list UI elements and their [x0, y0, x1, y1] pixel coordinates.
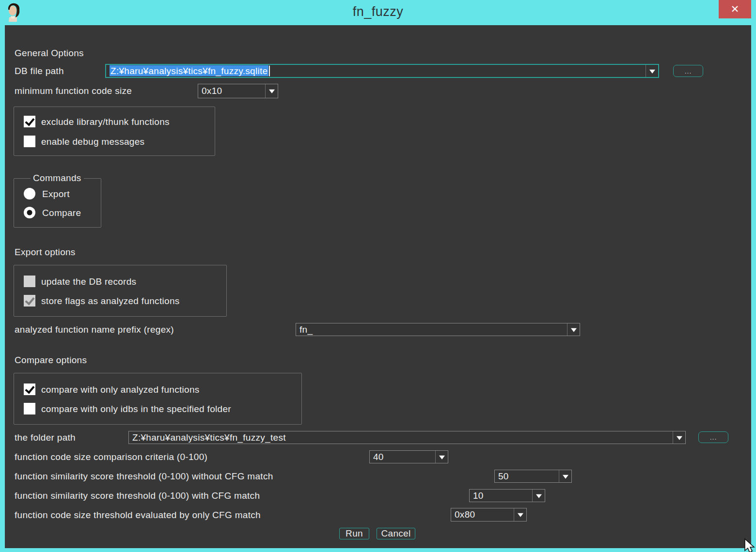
dropdown-arrow-icon[interactable] [673, 431, 685, 444]
exclude-library-label[interactable]: exclude library/thunk functions [41, 117, 170, 127]
db-file-path-label: DB file path [15, 66, 64, 77]
export-checkbox-group: update the DB records store flags as ana… [14, 265, 227, 317]
min-code-size-combobox[interactable]: 0x10 [198, 84, 278, 98]
compare-analyzed-label[interactable]: compare with only analyzed functions [41, 384, 200, 395]
folder-path-value: Z:¥haru¥analysis¥tics¥fn_fuzzy_test [132, 432, 286, 443]
window-title: fn_fuzzy [0, 4, 756, 19]
size-cfg-only-combobox[interactable]: 0x80 [451, 508, 527, 521]
size-cfg-only-value: 0x80 [455, 509, 475, 520]
prefix-value: fn_ [299, 324, 313, 335]
dropdown-arrow-icon[interactable] [567, 323, 580, 336]
commands-legend: Commands [31, 173, 84, 184]
enable-debug-label[interactable]: enable debug messages [41, 137, 144, 147]
general-checkbox-group: exclude library/thunk functions enable d… [14, 107, 215, 156]
sim-with-cfg-combobox[interactable]: 10 [469, 489, 545, 502]
exclude-library-checkbox[interactable] [24, 116, 35, 127]
folder-path-label: the folder path [15, 432, 76, 443]
sim-with-cfg-label: function similarity score threshold (0-1… [15, 491, 260, 501]
compare-radio[interactable] [24, 207, 35, 218]
dropdown-arrow-icon[interactable] [435, 451, 448, 463]
prefix-label: analyzed function name prefix (regex) [15, 324, 174, 335]
dropdown-arrow-icon[interactable] [265, 84, 278, 98]
compare-analyzed-checkbox[interactable] [24, 383, 35, 395]
dropdown-arrow-icon[interactable] [514, 508, 526, 521]
close-button[interactable]: ✕ [719, 0, 751, 18]
compare-checkbox-group: compare with only analyzed functions com… [14, 373, 302, 425]
compare-idbs-checkbox[interactable] [24, 403, 35, 414]
dropdown-arrow-icon[interactable] [646, 65, 658, 77]
db-file-browse-button[interactable]: ... [673, 65, 703, 77]
compare-idbs-label[interactable]: compare with only idbs in the specified … [41, 404, 231, 414]
update-db-records-label[interactable]: update the DB records [41, 276, 136, 287]
close-icon: ✕ [731, 3, 740, 15]
dropdown-arrow-icon[interactable] [532, 490, 545, 502]
cursor-icon [742, 538, 756, 552]
general-options-heading: General Options [15, 48, 84, 59]
commands-group: Commands Export Compare [14, 178, 101, 228]
sim-without-cfg-combobox[interactable]: 50 [494, 470, 572, 483]
enable-debug-checkbox[interactable] [24, 136, 35, 147]
criteria-value: 40 [373, 452, 384, 462]
criteria-label: function code size comparison criteria (… [15, 452, 207, 462]
size-cfg-only-label: function code size threshold evaluated b… [15, 510, 261, 521]
export-radio-label[interactable]: Export [42, 189, 70, 199]
prefix-combobox[interactable]: fn_ [296, 323, 580, 336]
sim-without-cfg-label: function similarity score threshold (0-1… [15, 471, 273, 482]
sim-with-cfg-value: 10 [473, 491, 484, 501]
compare-options-heading: Compare options [15, 355, 87, 366]
dialog-body: General Options DB file path Z:¥haru¥ana… [5, 25, 751, 548]
criteria-combobox[interactable]: 40 [369, 450, 448, 463]
min-code-size-value: 0x10 [202, 86, 222, 96]
folder-path-combobox[interactable]: Z:¥haru¥analysis¥tics¥fn_fuzzy_test [128, 431, 686, 444]
run-button[interactable]: Run [339, 528, 369, 539]
db-file-path-combobox[interactable]: Z:¥haru¥analysis¥tics¥fn_fuzzy.sqlite [105, 64, 659, 78]
text-caret [269, 66, 270, 77]
store-flags-checkbox[interactable] [24, 295, 35, 307]
cancel-button[interactable]: Cancel [377, 528, 415, 539]
store-flags-label[interactable]: store flags as analyzed functions [41, 296, 180, 307]
db-file-path-value: Z:¥haru¥analysis¥tics¥fn_fuzzy.sqlite [110, 65, 268, 76]
min-code-size-label: minimum function code size [15, 86, 132, 96]
export-options-heading: Export options [15, 247, 76, 258]
sim-without-cfg-value: 50 [498, 471, 509, 482]
update-db-records-checkbox[interactable] [24, 276, 35, 287]
dropdown-arrow-icon[interactable] [559, 470, 571, 482]
export-radio[interactable] [24, 188, 35, 199]
folder-browse-button[interactable]: ... [698, 431, 728, 443]
titlebar: fn_fuzzy ✕ [0, 0, 756, 25]
compare-radio-label[interactable]: Compare [42, 208, 81, 218]
